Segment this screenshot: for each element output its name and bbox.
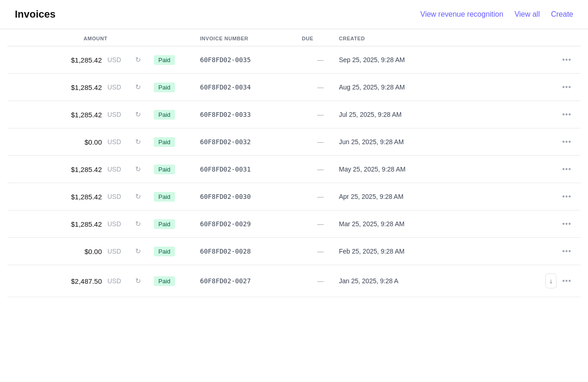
invoices-table: AMOUNT INVOICE NUMBER DUE CREATED $1,285… bbox=[0, 29, 588, 297]
more-options-button[interactable]: ••• bbox=[560, 109, 573, 120]
created-cell: Aug 25, 2025, 9:28 AM bbox=[339, 83, 545, 91]
amount-cell: $1,285.42 bbox=[15, 56, 107, 64]
status-badge: Paid bbox=[154, 219, 175, 229]
refresh-icon-cell: ↻ bbox=[135, 83, 154, 91]
refresh-icon[interactable]: ↻ bbox=[135, 247, 141, 255]
view-all-link[interactable]: View all bbox=[514, 10, 540, 19]
actions-cell: ••• bbox=[545, 191, 573, 202]
actions-cell: ••• bbox=[545, 82, 573, 92]
due-cell: — bbox=[302, 166, 339, 173]
amount-cell: $1,285.42 bbox=[15, 83, 107, 91]
created-cell: Jun 25, 2025, 9:28 AM bbox=[339, 138, 545, 146]
refresh-icon[interactable]: ↻ bbox=[135, 83, 141, 91]
amount-cell: $1,285.42 bbox=[15, 166, 107, 173]
refresh-icon[interactable]: ↻ bbox=[135, 220, 141, 228]
more-options-button[interactable]: ••• bbox=[560, 137, 573, 147]
created-cell: Apr 25, 2025, 9:28 AM bbox=[339, 193, 545, 200]
table-row[interactable]: $1,285.42USD↻Paid60F8FD02-0034—Aug 25, 2… bbox=[7, 74, 581, 101]
col-header-recurring bbox=[135, 36, 154, 41]
refresh-icon-cell: ↻ bbox=[135, 220, 154, 228]
invoice-number-cell: 60F8FD02-0027 bbox=[200, 277, 302, 285]
created-cell: May 25, 2025, 9:28 AM bbox=[339, 166, 545, 173]
status-cell: Paid bbox=[154, 247, 200, 256]
currency-cell: USD bbox=[107, 138, 135, 146]
page-title: Invoices bbox=[15, 8, 56, 20]
actions-cell: ••• bbox=[545, 55, 573, 65]
invoice-number-cell: 60F8FD02-0031 bbox=[200, 166, 302, 173]
amount-cell: $1,285.42 bbox=[15, 111, 107, 119]
status-badge: Paid bbox=[154, 110, 175, 120]
status-badge: Paid bbox=[154, 192, 175, 202]
refresh-icon-cell: ↻ bbox=[135, 192, 154, 201]
invoice-number-cell: 60F8FD02-0028 bbox=[200, 248, 302, 255]
due-cell: — bbox=[302, 56, 339, 64]
actions-cell: ••• bbox=[545, 109, 573, 120]
more-options-button[interactable]: ••• bbox=[560, 246, 573, 256]
amount-cell: $0.00 bbox=[15, 248, 107, 255]
actions-cell: ••• bbox=[545, 219, 573, 229]
status-cell: Paid bbox=[154, 192, 200, 202]
col-header-created: CREATED bbox=[339, 36, 545, 41]
created-cell: Jan 25, 2025, 9:28 A bbox=[339, 277, 545, 285]
refresh-icon[interactable]: ↻ bbox=[135, 192, 141, 201]
currency-cell: USD bbox=[107, 277, 135, 285]
create-link[interactable]: Create bbox=[551, 10, 573, 19]
table-row[interactable]: $1,285.42USD↻Paid60F8FD02-0030—Apr 25, 2… bbox=[7, 183, 581, 210]
status-cell: Paid bbox=[154, 276, 200, 286]
status-cell: Paid bbox=[154, 137, 200, 147]
invoice-number-cell: 60F8FD02-0029 bbox=[200, 220, 302, 228]
actions-cell: ••• bbox=[545, 137, 573, 147]
created-cell: Jul 25, 2025, 9:28 AM bbox=[339, 111, 545, 118]
invoice-number-cell: 60F8FD02-0034 bbox=[200, 83, 302, 91]
created-cell: Mar 25, 2025, 9:28 AM bbox=[339, 220, 545, 228]
refresh-icon-cell: ↻ bbox=[135, 110, 154, 119]
amount-cell: $0.00 bbox=[15, 138, 107, 146]
actions-cell: ↓••• bbox=[545, 274, 573, 288]
more-options-button[interactable]: ••• bbox=[560, 219, 573, 229]
download-button[interactable]: ↓ bbox=[545, 274, 557, 288]
invoice-number-cell: 60F8FD02-0033 bbox=[200, 111, 302, 118]
refresh-icon[interactable]: ↻ bbox=[135, 138, 141, 146]
currency-cell: USD bbox=[107, 56, 135, 64]
amount-cell: $2,487.50 bbox=[15, 277, 107, 285]
more-options-button[interactable]: ••• bbox=[560, 82, 573, 92]
col-header-status bbox=[154, 36, 200, 41]
col-header-amount: AMOUNT bbox=[15, 36, 107, 41]
invoice-number-cell: 60F8FD02-0035 bbox=[200, 56, 302, 64]
table-row[interactable]: $1,285.42USD↻Paid60F8FD02-0033—Jul 25, 2… bbox=[7, 101, 581, 128]
due-cell: — bbox=[302, 111, 339, 118]
more-options-button[interactable]: ••• bbox=[560, 55, 573, 65]
refresh-icon-cell: ↻ bbox=[135, 277, 154, 285]
table-row[interactable]: $1,285.42USD↻Paid60F8FD02-0035—Sep 25, 2… bbox=[7, 46, 581, 74]
more-options-button[interactable]: ••• bbox=[560, 164, 573, 174]
due-cell: — bbox=[302, 83, 339, 91]
refresh-icon-cell: ↻ bbox=[135, 138, 154, 146]
currency-cell: USD bbox=[107, 83, 135, 91]
status-cell: Paid bbox=[154, 83, 200, 92]
refresh-icon[interactable]: ↻ bbox=[135, 56, 141, 64]
table-row[interactable]: $0.00USD↻Paid60F8FD02-0028—Feb 25, 2025,… bbox=[7, 238, 581, 265]
currency-cell: USD bbox=[107, 220, 135, 228]
table-header: AMOUNT INVOICE NUMBER DUE CREATED bbox=[7, 29, 581, 46]
status-badge: Paid bbox=[154, 165, 175, 174]
table-row[interactable]: $1,285.42USD↻Paid60F8FD02-0031—May 25, 2… bbox=[7, 156, 581, 183]
table-row[interactable]: $1,285.42USD↻Paid60F8FD02-0029—Mar 25, 2… bbox=[7, 210, 581, 238]
due-cell: — bbox=[302, 248, 339, 255]
view-revenue-recognition-link[interactable]: View revenue recognition bbox=[420, 10, 503, 19]
more-options-button[interactable]: ••• bbox=[560, 276, 573, 286]
refresh-icon[interactable]: ↻ bbox=[135, 165, 141, 173]
currency-cell: USD bbox=[107, 248, 135, 255]
col-header-currency bbox=[107, 36, 135, 41]
more-options-button[interactable]: ••• bbox=[560, 191, 573, 202]
refresh-icon[interactable]: ↻ bbox=[135, 110, 141, 119]
header-actions: View revenue recognition View all Create bbox=[420, 10, 573, 19]
table-row[interactable]: $2,487.50USD↻Paid60F8FD02-0027—Jan 25, 2… bbox=[7, 265, 581, 297]
status-cell: Paid bbox=[154, 55, 200, 65]
status-cell: Paid bbox=[154, 219, 200, 229]
created-cell: Feb 25, 2025, 9:28 AM bbox=[339, 248, 545, 255]
table-row[interactable]: $0.00USD↻Paid60F8FD02-0032—Jun 25, 2025,… bbox=[7, 128, 581, 156]
refresh-icon-cell: ↻ bbox=[135, 56, 154, 64]
currency-cell: USD bbox=[107, 111, 135, 118]
refresh-icon[interactable]: ↻ bbox=[135, 277, 141, 285]
amount-cell: $1,285.42 bbox=[15, 193, 107, 201]
